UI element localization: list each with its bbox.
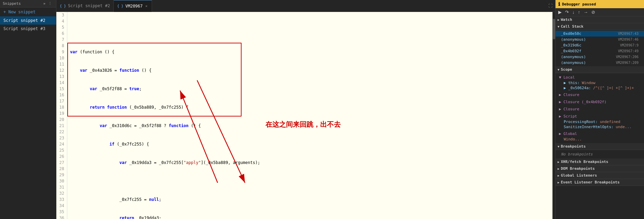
frame-name-2: _0x319d6c xyxy=(561,43,581,47)
main-area: { } Script snippet #2 { } VM20967 ✕ ⛶ 3 … xyxy=(56,0,555,219)
callstack-section-header[interactable]: ▼ Call Stack xyxy=(556,23,644,30)
sidebar-header: Snippets » ⋮ xyxy=(0,0,56,8)
scope-closure2-header[interactable]: ▶ Closure (_0x4b692f) xyxy=(556,99,644,105)
tab-bar-actions: ⛶ xyxy=(546,3,555,8)
frame-name-0: _0xd0e50c xyxy=(561,31,581,36)
debugger-toolbar: ▶ ↷ ↓ ↑ → ⊘ xyxy=(556,8,644,16)
callstack-frame-4[interactable]: (anonymous) VM20967:206 xyxy=(556,54,644,60)
xhr-breakpoints-header[interactable]: ▶ XHR/fetch Breakpoints xyxy=(556,159,644,165)
new-snippet-button[interactable]: + New snippet xyxy=(0,8,56,16)
callstack-content: _0xd0e50c VM20967:43 (anonymous) VM20967… xyxy=(556,30,644,66)
callstack-frame-2[interactable]: _0x319d6c VM20967:9 xyxy=(556,42,644,48)
event-listeners-label: Event Listener Breakpoints xyxy=(561,180,619,184)
tab-vm20967[interactable]: { } VM20967 ✕ xyxy=(114,0,152,12)
code-line-5: var _0x5f2f88 = true; xyxy=(70,86,552,92)
step-out-button[interactable]: ↑ xyxy=(577,9,582,15)
scope-closure3-header[interactable]: ▶ Closure xyxy=(556,106,644,112)
scope-content: ▼ Local ▶ this: Window ▶ _0x50624a: /^([… xyxy=(556,73,644,143)
step-button[interactable]: → xyxy=(582,9,589,15)
callstack-chevron: ▼ xyxy=(558,25,559,28)
tab-snippet2[interactable]: { } Script snippet #2 xyxy=(56,0,114,12)
line-numbers: 3 4 5 6 7 8 9 10 11 12 13 14 15 16 17 18… xyxy=(56,12,67,219)
scope-local-this: ▶ this: Window xyxy=(556,80,644,85)
dom-breakpoints-header[interactable]: ▶ DOM Breakpoints xyxy=(556,165,644,172)
frame-name-3: _0x4b692f xyxy=(561,49,581,53)
xhr-label: XHR/fetch Breakpoints xyxy=(561,160,608,164)
expand-icon[interactable]: ⛶ xyxy=(548,3,552,8)
dom-label: DOM Breakpoints xyxy=(561,166,594,171)
scope-local-header[interactable]: ▼ Local xyxy=(556,74,644,80)
deactivate-button[interactable]: ⊘ xyxy=(590,9,597,15)
editor-scroll[interactable]: 3 4 5 6 7 8 9 10 11 12 13 14 15 16 17 18… xyxy=(56,12,552,219)
breakpoints-section-header[interactable]: ▼ Breakpoints xyxy=(556,143,644,150)
code-line-3: var (function () { xyxy=(70,49,552,55)
frame-loc-0: VM20967:43 xyxy=(618,32,639,36)
frame-loc-2: VM20967:9 xyxy=(620,43,639,47)
tab-bar: { } Script snippet #2 { } VM20967 ✕ ⛶ xyxy=(56,0,555,12)
scope-closure2: ▶ Closure (_0x4b692f) xyxy=(556,98,644,106)
scope-global-window: Windo... xyxy=(556,137,644,142)
code-line-6: return function (_0x5ba889, _0x7fc255) { xyxy=(70,104,552,110)
frame-loc-5: VM20967:209 xyxy=(616,61,639,65)
scope-script-sanitize: SanitizeInnerHtmlOpts: unde... xyxy=(556,124,644,129)
code-line-8: if (_0x7fc255) { xyxy=(70,141,552,147)
step-over-button[interactable]: ↷ xyxy=(564,9,570,15)
resume-button[interactable]: ▶ xyxy=(557,9,563,15)
frame-loc-3: VM20967:49 xyxy=(618,49,639,53)
global-listeners-header[interactable]: ▶ Global Listeners xyxy=(556,172,644,179)
scope-script-processingroot: ProcessingRoot: undefined xyxy=(556,119,644,124)
scope-closure3: ▶ Closure xyxy=(556,106,644,113)
debugger-icon: ℹ xyxy=(558,1,560,7)
xhr-chevron: ▶ xyxy=(558,160,559,164)
frame-name-1: (anonymous) xyxy=(561,37,586,42)
svg-line-1 xyxy=(197,80,245,183)
callstack-label: Call Stack xyxy=(561,24,583,29)
no-breakpoints-text: No breakpoints xyxy=(556,151,644,158)
scope-script: ▶ Script ProcessingRoot: undefined Sanit… xyxy=(556,113,644,130)
scope-chevron: ▼ xyxy=(558,68,559,71)
breakpoints-content: No breakpoints xyxy=(556,150,644,159)
code-line-4: var _0x4a3826 = function () { xyxy=(70,67,552,73)
callstack-frame-1[interactable]: (anonymous) VM20967:46 xyxy=(556,37,644,42)
code-line-11: _0x7fc255 = null; xyxy=(70,196,552,203)
event-listeners-chevron: ▶ xyxy=(558,181,559,184)
snippets-label: Snippets xyxy=(3,1,21,6)
global-listeners-label: Global Listeners xyxy=(561,173,597,178)
vertical-scrollbar[interactable] xyxy=(552,12,555,219)
scope-local: ▼ Local ▶ this: Window ▶ _0x50624a: /^([… xyxy=(556,74,644,91)
code-content[interactable]: var (function () { var _0x4a3826 = funct… xyxy=(67,12,552,219)
watch-chevron: ▶ xyxy=(558,18,559,22)
sidebar: Snippets » ⋮ + New snippet Script snippe… xyxy=(0,0,56,219)
scope-global-header[interactable]: ▶ Global xyxy=(556,131,644,137)
sidebar-item-snippet2[interactable]: Script snippet #2 xyxy=(0,16,56,25)
dom-chevron: ▶ xyxy=(558,167,559,170)
callstack-frame-0[interactable]: _0xd0e50c VM20967:43 xyxy=(556,31,644,37)
debugger-status: ℹ Debugger paused xyxy=(556,0,644,8)
callstack-frame-5[interactable]: (anonymous) VM20967:209 xyxy=(556,60,644,66)
scrollbar-thumb[interactable] xyxy=(553,19,555,39)
scope-closure1-header[interactable]: ▶ Closure xyxy=(556,92,644,98)
scope-closure1: ▶ Closure xyxy=(556,91,644,98)
scope-section-header[interactable]: ▼ Scope xyxy=(556,66,644,73)
chinese-annotation: 在这之间来回跳，出不去 xyxy=(265,121,341,127)
scope-label: Scope xyxy=(561,67,572,72)
tab-label-vm20967: VM20967 xyxy=(125,4,143,9)
sidebar-menu-icon: ⋮ xyxy=(48,1,52,6)
scope-script-header[interactable]: ▶ Script xyxy=(556,113,644,119)
scope-local-50624a: ▶ _0x50624a: /^([^ ]+( +[^ ]+)+ xyxy=(556,85,644,91)
watch-section-header[interactable]: ▶ Watch xyxy=(556,16,644,23)
more-icon: » xyxy=(43,1,45,6)
code-line-9: var _0x19dda3 = _0x7fc255["apply"](_0x5b… xyxy=(70,160,552,166)
step-into-button[interactable]: ↓ xyxy=(571,9,576,15)
scope-global: ▶ Global Windo... xyxy=(556,130,644,142)
frame-name-5: (anonymous) xyxy=(561,60,586,65)
watch-label: Watch xyxy=(561,17,572,22)
code-line-10 xyxy=(70,178,552,184)
event-listeners-header[interactable]: ▶ Event Listener Breakpoints xyxy=(556,179,644,186)
editor-container: 3 4 5 6 7 8 9 10 11 12 13 14 15 16 17 18… xyxy=(56,12,555,219)
tab-close-vm20967[interactable]: ✕ xyxy=(145,4,148,8)
callstack-frame-3[interactable]: _0x4b692f VM20967:49 xyxy=(556,48,644,54)
tab-icon-vm20967: { } xyxy=(117,4,123,8)
sidebar-item-snippet3[interactable]: Script snippet #3 xyxy=(0,25,56,33)
frame-loc-4: VM20967:206 xyxy=(616,55,639,59)
